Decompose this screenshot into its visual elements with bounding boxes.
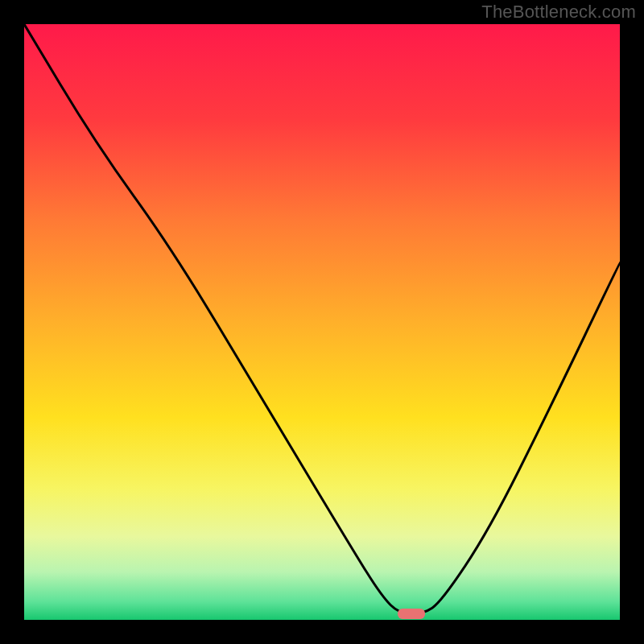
- plot-background: [24, 24, 620, 620]
- plot-svg: [24, 24, 620, 620]
- chart-frame: TheBottleneck.com: [0, 0, 644, 644]
- watermark-text: TheBottleneck.com: [481, 2, 636, 23]
- optimal-marker: [398, 609, 425, 619]
- plot-area: [24, 24, 620, 620]
